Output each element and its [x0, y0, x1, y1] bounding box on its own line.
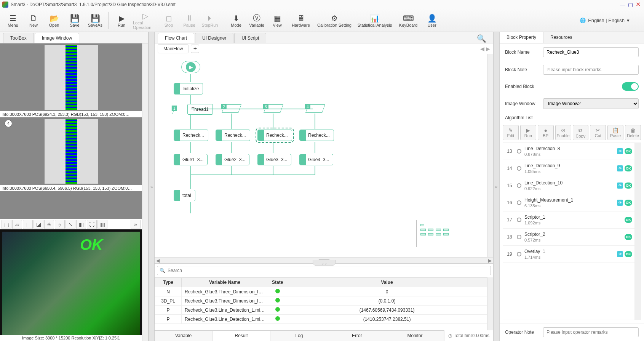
table-row[interactable]: 3D_PLRecheck_Glue3.Three_Dimension_I…(0,…	[155, 296, 487, 306]
pause-button[interactable]: ⏸Pause	[180, 10, 198, 31]
tab-ui-designer[interactable]: UI Designer	[195, 33, 233, 43]
flow-canvas[interactable]: ▶ Initialize 1 Thread1 2 3 4 Recheck... …	[155, 54, 487, 257]
algorithm-item[interactable]: 15Line_Detection_100.922ms👁OK	[503, 177, 634, 194]
table-row[interactable]: PRecheck_Glue3.Line_Detection_1.mi…(1410…	[155, 315, 487, 324]
th-state[interactable]: State	[268, 278, 287, 287]
node-recheck-4[interactable]: Recheck...	[299, 130, 334, 141]
radio-icon[interactable]	[517, 183, 521, 188]
bottab-log[interactable]: Log	[270, 331, 328, 341]
new-button[interactable]: 🗋New	[24, 10, 43, 31]
radio-icon[interactable]	[517, 252, 521, 256]
run-button[interactable]: ▶Run	[112, 10, 131, 31]
bottab-variable[interactable]: Variable	[155, 331, 213, 341]
node-recheck-2[interactable]: Recheck...	[216, 130, 250, 141]
tab-block-property[interactable]: Block Property	[500, 32, 543, 43]
collapse-handle[interactable]: ⌄⌄	[313, 260, 336, 266]
steprun-button[interactable]: ⏵StepRun	[201, 10, 219, 31]
radio-icon[interactable]	[517, 200, 521, 205]
radio-icon[interactable]	[517, 166, 521, 171]
algorithm-item[interactable]: 18Scriptor_20.572msOK	[503, 229, 634, 246]
td-axis-icon[interactable]: ⤡	[66, 220, 75, 229]
block-note-input[interactable]	[543, 65, 639, 75]
saveas-button[interactable]: 💾SaveAs	[86, 10, 104, 31]
radio-icon[interactable]	[517, 149, 521, 154]
th-type[interactable]: Type	[155, 278, 182, 287]
algorithm-item[interactable]: 19Overlay_11.714ms👁OK	[503, 246, 634, 263]
save-button[interactable]: 💾Save	[66, 10, 84, 31]
node-glue-4[interactable]: Glue4_3...	[299, 154, 333, 165]
th-value[interactable]: Value	[287, 278, 487, 287]
image-view-2[interactable]: 4 Info:3000X7600 POS(6650.4, 5966.5) RGB…	[0, 117, 142, 191]
alg-copy-button[interactable]: ⧉Copy	[573, 125, 589, 140]
result-search[interactable]: 🔍	[157, 266, 491, 275]
table-row[interactable]: NRecheck_Glue3.Three_Dimension_I…0	[155, 287, 487, 296]
bottab-result[interactable]: Result	[213, 331, 270, 341]
start-node[interactable]: ▶	[181, 61, 200, 73]
node-total[interactable]: total	[174, 190, 195, 201]
variable-button[interactable]: ⓥVariable	[248, 10, 266, 31]
local-operation-button[interactable]: ▷Local Operation	[133, 10, 157, 31]
algorithm-item[interactable]: 17Scriptor_11.092msOK	[503, 211, 634, 229]
user-button[interactable]: 👤User	[423, 10, 441, 31]
tab-toolbox[interactable]: ToolBox	[3, 33, 34, 43]
node-thread1[interactable]: Thread1	[178, 104, 217, 115]
node-initialize[interactable]: Initialize	[174, 83, 203, 94]
flowtab-mainflow[interactable]: MainFlow	[158, 44, 189, 53]
th-name[interactable]: Variable Name	[182, 278, 268, 287]
block-name-input[interactable]	[543, 47, 639, 57]
td-cube1-icon[interactable]: ▱	[12, 220, 22, 229]
td-cube2-icon[interactable]: ◫	[23, 220, 33, 229]
alg-enable-button[interactable]: ⊘Enable	[555, 125, 571, 140]
node-glue-1[interactable]: Glue1_3...	[174, 154, 208, 165]
node-glue-2[interactable]: Glue2_3...	[216, 154, 249, 165]
td-light-icon[interactable]: ☼	[55, 220, 65, 229]
td-center-icon[interactable]: ✳	[44, 220, 54, 229]
radio-icon[interactable]	[517, 218, 521, 222]
right-splitter[interactable]: »	[493, 32, 499, 341]
statistics-button[interactable]: 📊Statistical Analysis	[356, 10, 394, 31]
td-fit-icon[interactable]: ⛶	[87, 220, 97, 229]
search-input[interactable]	[168, 268, 488, 273]
alg-run-button[interactable]: ▶Run	[520, 125, 536, 140]
flow-prev-icon[interactable]: ◀	[480, 46, 484, 52]
node-recheck-3[interactable]: Recheck...	[257, 130, 292, 141]
alg-bp-button[interactable]: ●BP	[538, 125, 554, 140]
open-button[interactable]: 📂Open	[45, 10, 63, 31]
radio-icon[interactable]	[517, 235, 521, 239]
tab-image-window[interactable]: Image Window	[35, 33, 79, 43]
bottab-error[interactable]: Error	[328, 331, 386, 341]
alg-cut-button[interactable]: ✂Cut	[590, 125, 606, 140]
algorithm-item[interactable]: 13Line_Detection_80.878ms👁OK	[503, 143, 634, 160]
left-splitter[interactable]: «	[149, 32, 155, 341]
hardware-button[interactable]: 🖥Hardware	[289, 10, 313, 31]
maximize-button[interactable]: ▢	[626, 2, 634, 8]
menu-button[interactable]: ☰Menu	[4, 10, 22, 31]
node-glue-3[interactable]: Glue3_3...	[257, 154, 291, 165]
table-vscroll[interactable]	[487, 277, 493, 330]
threed-view[interactable]: OK Image Size: 3000 * 15200 Resolution X…	[0, 229, 142, 341]
alg-paste-button[interactable]: 📋Paste	[607, 125, 623, 140]
view-button[interactable]: ▦View	[268, 10, 286, 31]
tab-ui-script[interactable]: UI Script	[234, 33, 266, 43]
bottab-monitor[interactable]: Monitor	[386, 331, 444, 341]
algorithm-item[interactable]: 14Line_Detection_91.085ms👁OK	[503, 160, 634, 177]
close-button[interactable]: ✕	[634, 1, 642, 8]
tab-flowchart[interactable]: Flow Chart	[158, 33, 194, 43]
td-layers-icon[interactable]: ◧	[76, 220, 86, 229]
td-more-icon[interactable]: »	[131, 220, 141, 229]
minimap[interactable]	[416, 220, 477, 247]
mode-button[interactable]: ⬇Mode	[227, 10, 245, 31]
td-grid-icon[interactable]: ▥	[97, 220, 107, 229]
calibration-button[interactable]: ⚙Calibration Setting	[315, 10, 353, 31]
enabled-block-switch[interactable]	[622, 82, 639, 91]
node-recheck-1[interactable]: Recheck...	[174, 130, 208, 141]
algorithm-item[interactable]: 16Height_Measurement_16.135ms👁OK	[503, 194, 634, 211]
language-selector[interactable]: 🌐English | English▾	[577, 18, 640, 23]
search-icon[interactable]: 🔍	[473, 34, 490, 43]
image-view-1[interactable]: Info:3000X7600 POS(6924.3, 253.3) RGB(15…	[0, 43, 142, 117]
add-flow-button[interactable]: +	[191, 45, 199, 53]
canvas-vscroll[interactable]	[487, 54, 493, 257]
image-window-select[interactable]: Image Window2	[543, 98, 639, 109]
td-cube3-icon[interactable]: ◪	[34, 220, 43, 229]
tab-resources[interactable]: Resources	[543, 32, 579, 43]
